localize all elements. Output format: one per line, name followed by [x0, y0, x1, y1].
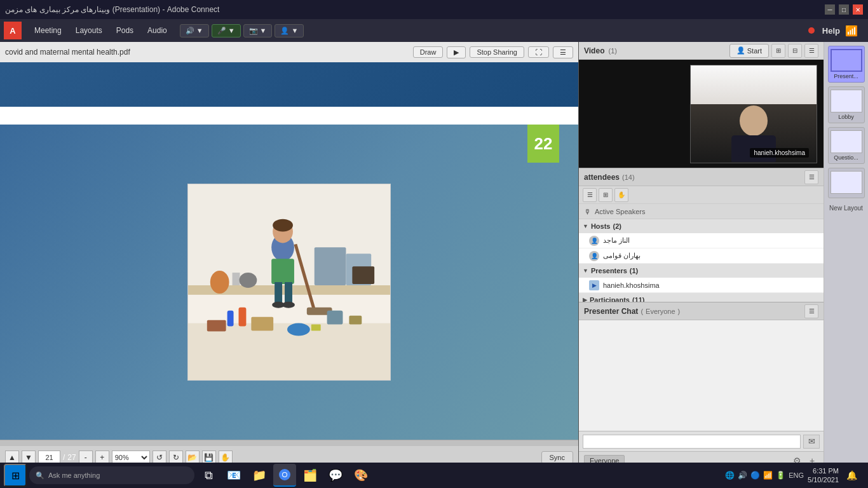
video-grid-button[interactable]: ⊞ — [771, 44, 785, 58]
attendees-list-view[interactable]: ☰ — [583, 188, 597, 202]
taskbar-explorer[interactable]: 📁 — [248, 464, 271, 487]
video-header: Video (1) 👤 Start ⊞ ⊟ ☰ — [579, 42, 824, 60]
kitchen-illustration — [188, 184, 390, 381]
slide-image — [187, 184, 391, 381]
video-layout-button[interactable]: ⊟ — [788, 44, 802, 58]
speaker-icon: 🔊 — [186, 27, 194, 35]
presentation-area: covid and maternal mental health.pdf Dra… — [0, 42, 579, 469]
attendees-grid-view[interactable]: ⊞ — [599, 188, 613, 202]
presenter-row-1[interactable]: ▶ hanieh.khoshsima — [579, 278, 824, 293]
help-button[interactable]: Help — [822, 26, 840, 36]
system-icons: 🌐 🔊 🔵 📶 🔋 ENG — [725, 471, 804, 480]
menu-layouts[interactable]: Layouts — [69, 24, 109, 37]
sidebar-panel-questions[interactable]: Questio... — [828, 127, 865, 164]
microphone-button[interactable]: 🎤 ▼ — [212, 24, 241, 37]
taskbar-folder[interactable]: 🗂️ — [299, 464, 322, 487]
draw-button[interactable]: Draw — [413, 46, 444, 58]
attendees-options-button[interactable]: ☰ — [804, 170, 818, 184]
participants-group-header: ▶ Participants (11) — [579, 293, 824, 302]
taskbar-chat[interactable]: 💬 — [324, 464, 347, 487]
attendees-hand-raise[interactable]: ✋ — [614, 188, 628, 202]
sidebar-panel-preview-extra — [831, 171, 862, 194]
taskbar-task-view[interactable]: ⧉ — [197, 464, 220, 487]
presentation-filename: covid and maternal mental health.pdf — [5, 48, 409, 57]
svg-rect-16 — [349, 316, 362, 325]
stop-sharing-button[interactable]: Stop Sharing — [470, 46, 524, 58]
taskbar-paint[interactable]: 🎨 — [349, 464, 372, 487]
presenters-count: (1) — [630, 267, 638, 274]
host-row-2[interactable]: 👤 بهاران قوامی — [579, 248, 824, 264]
menu-pods[interactable]: Pods — [110, 24, 140, 37]
menu-meeting[interactable]: Meeting — [28, 24, 68, 37]
speaker-task-icon: 🔊 — [738, 471, 747, 480]
record-indicator[interactable] — [808, 27, 817, 34]
title-bar-text: وبینارهای مرکز بیماری های مزمن (Presenta… — [5, 5, 219, 14]
fullscreen-button[interactable]: ⛶ — [528, 46, 549, 58]
svg-rect-12 — [285, 282, 292, 304]
sidebar-panel-lobby[interactable]: Lobby — [828, 86, 865, 123]
minimize-button[interactable]: ─ — [825, 4, 835, 15]
notification-button[interactable]: 🔔 — [843, 466, 860, 484]
pointer-button[interactable]: ▶ — [447, 46, 466, 58]
slide-number-badge: 22 — [527, 125, 559, 163]
chat-section: Presenter Chat ( Everyone ) ☰ ✉ Everyone — [579, 302, 824, 469]
lang-indicator: ENG — [789, 471, 804, 479]
share-button[interactable]: 👤 ▼ — [275, 24, 304, 37]
host-row-1[interactable]: 👤 الناز ماجد — [579, 233, 824, 248]
sidebar-panel-label-questions: Questio... — [834, 154, 858, 161]
sidebar-panel-extra[interactable] — [828, 168, 865, 198]
search-bar[interactable]: 🔍 Ask me anything — [29, 466, 194, 484]
slide-content: 22 — [0, 125, 578, 440]
main-content: covid and maternal mental health.pdf Dra… — [0, 42, 868, 469]
sidebar-panel-preview-present — [831, 49, 862, 72]
menu-audio[interactable]: Audio — [141, 24, 173, 37]
slide-area: 22 — [0, 62, 578, 440]
svg-point-25 — [239, 273, 257, 288]
svg-rect-3 — [315, 247, 346, 285]
svg-rect-11 — [275, 282, 282, 304]
presenter-name-tag: hanieh.khoshsima — [750, 148, 809, 158]
presenter-icon-1: ▶ — [589, 280, 599, 290]
search-icon: 🔍 — [36, 471, 44, 480]
host-name-2: بهاران قوامی — [603, 252, 641, 260]
video-options-button[interactable]: ☰ — [804, 44, 818, 58]
sidebar-panel-label-lobby: Lobby — [838, 114, 854, 120]
maximize-button[interactable]: □ — [839, 4, 849, 15]
host-icon-2: 👤 — [589, 251, 599, 261]
chat-options-button[interactable]: ☰ — [804, 304, 818, 318]
options-button[interactable]: ☰ — [553, 46, 573, 58]
camera-button[interactable]: 📷 ▼ — [243, 24, 273, 37]
sidebar-panel-label-present: Present... — [834, 73, 858, 79]
attendees-list[interactable]: ▼ Hosts (2) 👤 الناز ماجد 👤 بهاران قوامی … — [579, 219, 824, 302]
horizontal-scrollbar[interactable] — [0, 440, 578, 446]
attendees-header: attendees (14) ☰ — [579, 168, 824, 186]
sidebar-panel-present[interactable]: Present... — [828, 46, 865, 83]
start-video-button[interactable]: 👤 Start — [729, 44, 769, 58]
chat-audience-value: Everyone — [646, 308, 675, 315]
start-button[interactable]: ⊞ — [4, 464, 27, 487]
chat-input[interactable] — [583, 435, 801, 449]
chat-send-button[interactable]: ✉ — [803, 435, 820, 449]
sync-button[interactable]: Sync — [541, 451, 573, 464]
slide-blue-bar — [0, 62, 578, 107]
presenters-label: Presenters — [591, 267, 627, 274]
host-icon-1: 👤 — [589, 236, 599, 246]
svg-rect-15 — [327, 311, 343, 325]
speaker-button[interactable]: 🔊 ▼ — [180, 24, 209, 37]
slide-white-bar-1 — [0, 107, 578, 118]
presenters-collapse-triangle: ▼ — [583, 268, 588, 274]
battery-icon: 🔋 — [776, 471, 785, 480]
new-layout-label[interactable]: New Layout — [829, 205, 863, 212]
taskbar-chrome[interactable] — [273, 464, 296, 487]
chat-input-area: ✉ — [579, 431, 824, 451]
close-button[interactable]: ✕ — [853, 4, 863, 15]
bluetooth-icon: 🔵 — [750, 471, 760, 480]
presenter-name-1: hanieh.khoshsima — [603, 281, 660, 289]
presenters-group-header: ▼ Presenters (1) — [579, 264, 824, 278]
sidebar-panel-preview-questions — [831, 130, 862, 153]
menu-bar: A Meeting Layouts Pods Audio 🔊 ▼ 🎤 ▼ 📷 ▼… — [0, 19, 868, 42]
svg-rect-20 — [207, 320, 226, 332]
taskbar-mail[interactable]: 📧 — [222, 464, 245, 487]
host-name-1: الناز ماجد — [603, 236, 630, 245]
video-feed: hanieh.khoshsima — [690, 65, 817, 163]
